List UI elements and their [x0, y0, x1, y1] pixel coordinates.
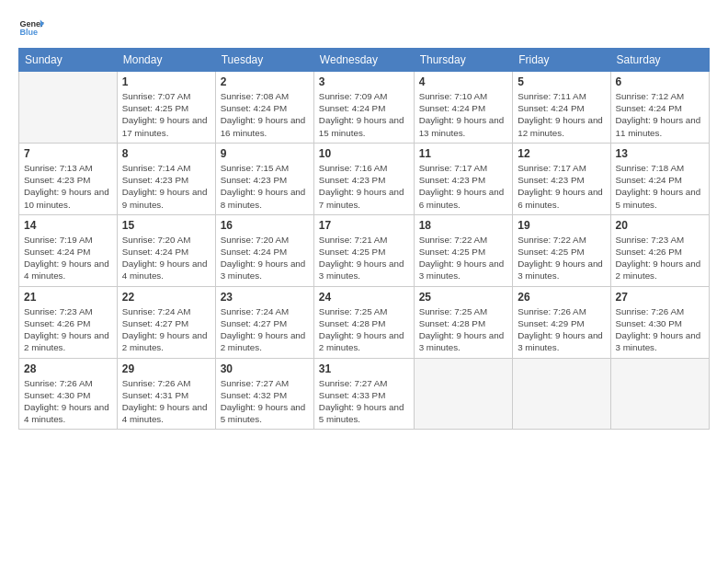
calendar-week-1: 1Sunrise: 7:07 AMSunset: 4:25 PMDaylight…	[19, 72, 710, 144]
day-number: 20	[616, 219, 704, 232]
weekday-header-tuesday: Tuesday	[215, 49, 313, 72]
calendar-cell: 26Sunrise: 7:26 AMSunset: 4:29 PMDayligh…	[513, 286, 610, 358]
calendar-cell: 21Sunrise: 7:23 AMSunset: 4:26 PMDayligh…	[19, 286, 118, 358]
day-number: 23	[221, 291, 309, 304]
calendar-table: SundayMondayTuesdayWednesdayThursdayFrid…	[18, 48, 710, 430]
day-info: Sunrise: 7:09 AMSunset: 4:24 PMDaylight:…	[319, 90, 409, 139]
page-header: General Blue	[18, 15, 710, 40]
calendar-cell: 18Sunrise: 7:22 AMSunset: 4:25 PMDayligh…	[414, 214, 513, 286]
day-number: 13	[616, 147, 704, 160]
calendar-cell: 29Sunrise: 7:26 AMSunset: 4:31 PMDayligh…	[117, 358, 215, 430]
day-number: 6	[616, 75, 704, 88]
calendar-cell	[19, 72, 118, 144]
day-number: 2	[221, 75, 309, 88]
calendar-week-2: 7Sunrise: 7:13 AMSunset: 4:23 PMDaylight…	[19, 143, 710, 214]
weekday-header-wednesday: Wednesday	[313, 49, 414, 72]
day-number: 4	[419, 75, 508, 88]
day-info: Sunrise: 7:22 AMSunset: 4:25 PMDaylight:…	[518, 234, 605, 282]
day-number: 29	[122, 362, 210, 375]
day-info: Sunrise: 7:27 AMSunset: 4:33 PMDaylight:…	[319, 377, 409, 426]
svg-text:Blue: Blue	[19, 28, 38, 37]
day-info: Sunrise: 7:18 AMSunset: 4:24 PMDaylight:…	[616, 162, 704, 211]
day-number: 3	[319, 75, 409, 88]
day-info: Sunrise: 7:25 AMSunset: 4:28 PMDaylight:…	[319, 305, 409, 354]
day-number: 24	[319, 291, 409, 304]
day-info: Sunrise: 7:11 AMSunset: 4:24 PMDaylight:…	[518, 90, 605, 139]
logo: General Blue	[18, 15, 44, 40]
calendar-cell: 6Sunrise: 7:12 AMSunset: 4:24 PMDaylight…	[610, 72, 709, 144]
day-info: Sunrise: 7:24 AMSunset: 4:27 PMDaylight:…	[221, 305, 309, 354]
day-info: Sunrise: 7:10 AMSunset: 4:24 PMDaylight:…	[419, 90, 508, 139]
calendar-week-4: 21Sunrise: 7:23 AMSunset: 4:26 PMDayligh…	[19, 286, 710, 358]
calendar-cell: 22Sunrise: 7:24 AMSunset: 4:27 PMDayligh…	[117, 286, 215, 358]
day-number: 9	[221, 147, 309, 160]
calendar-cell: 15Sunrise: 7:20 AMSunset: 4:24 PMDayligh…	[117, 214, 215, 286]
day-info: Sunrise: 7:24 AMSunset: 4:27 PMDaylight:…	[122, 305, 210, 354]
day-number: 27	[616, 291, 704, 304]
calendar-cell: 7Sunrise: 7:13 AMSunset: 4:23 PMDaylight…	[19, 143, 118, 214]
calendar-cell: 27Sunrise: 7:26 AMSunset: 4:30 PMDayligh…	[610, 286, 709, 358]
day-info: Sunrise: 7:23 AMSunset: 4:26 PMDaylight:…	[24, 305, 112, 354]
day-number: 15	[122, 219, 210, 232]
day-info: Sunrise: 7:16 AMSunset: 4:23 PMDaylight:…	[319, 162, 409, 211]
calendar-cell: 13Sunrise: 7:18 AMSunset: 4:24 PMDayligh…	[610, 143, 709, 214]
day-number: 18	[419, 219, 508, 232]
day-number: 26	[518, 291, 605, 304]
day-info: Sunrise: 7:08 AMSunset: 4:24 PMDaylight:…	[221, 90, 309, 139]
calendar-cell: 19Sunrise: 7:22 AMSunset: 4:25 PMDayligh…	[513, 214, 610, 286]
day-info: Sunrise: 7:17 AMSunset: 4:23 PMDaylight:…	[518, 162, 605, 211]
calendar-cell: 11Sunrise: 7:17 AMSunset: 4:23 PMDayligh…	[414, 143, 513, 214]
calendar-cell: 9Sunrise: 7:15 AMSunset: 4:23 PMDaylight…	[215, 143, 313, 214]
day-info: Sunrise: 7:13 AMSunset: 4:23 PMDaylight:…	[24, 162, 112, 211]
day-number: 17	[319, 219, 409, 232]
calendar-cell: 30Sunrise: 7:27 AMSunset: 4:32 PMDayligh…	[215, 358, 313, 430]
calendar-cell	[513, 358, 610, 430]
day-number: 31	[319, 362, 409, 375]
day-info: Sunrise: 7:26 AMSunset: 4:31 PMDaylight:…	[122, 377, 210, 426]
day-info: Sunrise: 7:25 AMSunset: 4:28 PMDaylight:…	[419, 305, 508, 354]
calendar-cell: 17Sunrise: 7:21 AMSunset: 4:25 PMDayligh…	[313, 214, 414, 286]
calendar-cell: 16Sunrise: 7:20 AMSunset: 4:24 PMDayligh…	[215, 214, 313, 286]
day-number: 22	[122, 291, 210, 304]
day-number: 21	[24, 291, 112, 304]
calendar-cell: 28Sunrise: 7:26 AMSunset: 4:30 PMDayligh…	[19, 358, 118, 430]
day-info: Sunrise: 7:12 AMSunset: 4:24 PMDaylight:…	[616, 90, 704, 139]
calendar-week-5: 28Sunrise: 7:26 AMSunset: 4:30 PMDayligh…	[19, 358, 710, 430]
calendar-cell	[414, 358, 513, 430]
day-info: Sunrise: 7:26 AMSunset: 4:30 PMDaylight:…	[616, 305, 704, 354]
day-number: 12	[518, 147, 605, 160]
day-number: 8	[122, 147, 210, 160]
calendar-cell: 20Sunrise: 7:23 AMSunset: 4:26 PMDayligh…	[610, 214, 709, 286]
calendar-cell: 12Sunrise: 7:17 AMSunset: 4:23 PMDayligh…	[513, 143, 610, 214]
calendar-cell: 5Sunrise: 7:11 AMSunset: 4:24 PMDaylight…	[513, 72, 610, 144]
day-number: 30	[221, 362, 309, 375]
day-number: 28	[24, 362, 112, 375]
calendar-cell: 2Sunrise: 7:08 AMSunset: 4:24 PMDaylight…	[215, 72, 313, 144]
day-number: 5	[518, 75, 605, 88]
weekday-header-monday: Monday	[117, 49, 215, 72]
calendar-cell: 24Sunrise: 7:25 AMSunset: 4:28 PMDayligh…	[313, 286, 414, 358]
day-info: Sunrise: 7:21 AMSunset: 4:25 PMDaylight:…	[319, 234, 409, 282]
day-info: Sunrise: 7:07 AMSunset: 4:25 PMDaylight:…	[122, 90, 210, 139]
day-info: Sunrise: 7:17 AMSunset: 4:23 PMDaylight:…	[419, 162, 508, 211]
calendar-cell: 10Sunrise: 7:16 AMSunset: 4:23 PMDayligh…	[313, 143, 414, 214]
day-info: Sunrise: 7:23 AMSunset: 4:26 PMDaylight:…	[616, 234, 704, 282]
day-info: Sunrise: 7:26 AMSunset: 4:29 PMDaylight:…	[518, 305, 605, 354]
day-number: 1	[122, 75, 210, 88]
day-info: Sunrise: 7:19 AMSunset: 4:24 PMDaylight:…	[24, 234, 112, 282]
day-info: Sunrise: 7:15 AMSunset: 4:23 PMDaylight:…	[221, 162, 309, 211]
day-info: Sunrise: 7:22 AMSunset: 4:25 PMDaylight:…	[419, 234, 508, 282]
day-info: Sunrise: 7:27 AMSunset: 4:32 PMDaylight:…	[221, 377, 309, 426]
calendar-cell: 8Sunrise: 7:14 AMSunset: 4:23 PMDaylight…	[117, 143, 215, 214]
calendar-cell: 23Sunrise: 7:24 AMSunset: 4:27 PMDayligh…	[215, 286, 313, 358]
day-number: 25	[419, 291, 508, 304]
weekday-header-sunday: Sunday	[19, 49, 118, 72]
day-number: 19	[518, 219, 605, 232]
weekday-header-thursday: Thursday	[414, 49, 513, 72]
calendar-cell: 3Sunrise: 7:09 AMSunset: 4:24 PMDaylight…	[313, 72, 414, 144]
day-number: 14	[24, 219, 112, 232]
day-number: 7	[24, 147, 112, 160]
calendar-header-row: SundayMondayTuesdayWednesdayThursdayFrid…	[19, 49, 710, 72]
day-number: 11	[419, 147, 508, 160]
day-number: 16	[221, 219, 309, 232]
